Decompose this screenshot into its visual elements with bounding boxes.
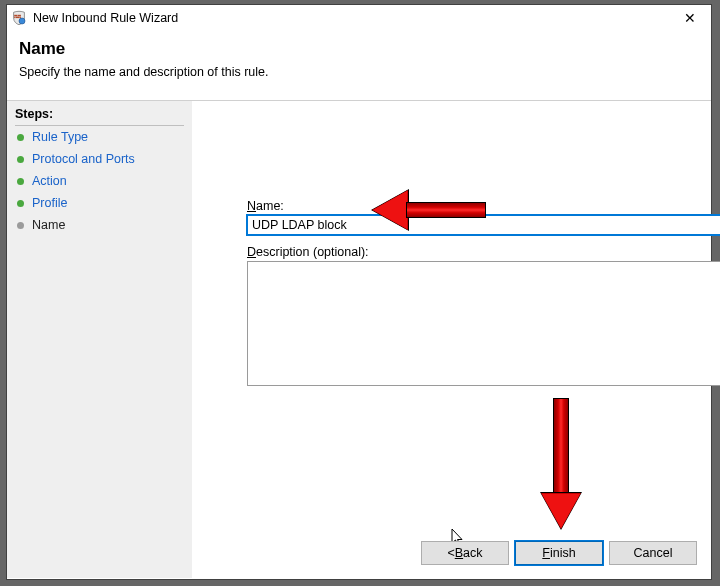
wizard-window: New Inbound Rule Wizard ✕ Name Specify t… xyxy=(6,4,712,580)
step-label: Action xyxy=(32,174,67,188)
wizard-heading: Name Specify the name and description of… xyxy=(7,29,711,103)
step-name: Name xyxy=(15,214,184,236)
cancel-button[interactable]: Cancel xyxy=(609,541,697,565)
svg-rect-4 xyxy=(14,17,15,19)
step-rule-type[interactable]: Rule Type xyxy=(15,126,184,148)
finish-button[interactable]: Finish xyxy=(515,541,603,565)
bullet-icon xyxy=(17,222,24,229)
step-label: Protocol and Ports xyxy=(32,152,135,166)
name-input[interactable] xyxy=(247,215,720,235)
bullet-icon xyxy=(17,178,24,185)
svg-point-5 xyxy=(19,18,25,24)
bullet-icon xyxy=(17,200,24,207)
page-title: Name xyxy=(19,39,699,59)
firewall-icon xyxy=(11,10,27,26)
svg-rect-1 xyxy=(18,15,21,16)
svg-rect-0 xyxy=(14,15,17,16)
window-title: New Inbound Rule Wizard xyxy=(33,11,178,25)
svg-rect-2 xyxy=(16,17,19,19)
step-label: Name xyxy=(32,218,65,232)
bullet-icon xyxy=(17,134,24,141)
step-label: Rule Type xyxy=(32,130,88,144)
description-input[interactable] xyxy=(247,261,720,386)
description-label: Description (optional): xyxy=(247,245,369,259)
step-protocol-and-ports[interactable]: Protocol and Ports xyxy=(15,148,184,170)
bullet-icon xyxy=(17,156,24,163)
steps-heading: Steps: xyxy=(15,105,184,126)
back-button[interactable]: < Back xyxy=(421,541,509,565)
close-icon: ✕ xyxy=(684,10,696,26)
titlebar: New Inbound Rule Wizard ✕ xyxy=(7,5,711,29)
page-subtitle: Specify the name and description of this… xyxy=(19,65,699,79)
button-row: < Back Finish Cancel xyxy=(421,541,697,565)
close-button[interactable]: ✕ xyxy=(673,8,707,28)
step-label: Profile xyxy=(32,196,67,210)
steps-sidebar: Steps: Rule Type Protocol and Ports Acti… xyxy=(7,101,193,579)
name-label: Name: xyxy=(247,199,284,213)
step-profile[interactable]: Profile xyxy=(15,192,184,214)
svg-rect-3 xyxy=(19,17,21,19)
wizard-body: Name: Description (optional): < Back Fin… xyxy=(193,101,711,579)
step-action[interactable]: Action xyxy=(15,170,184,192)
